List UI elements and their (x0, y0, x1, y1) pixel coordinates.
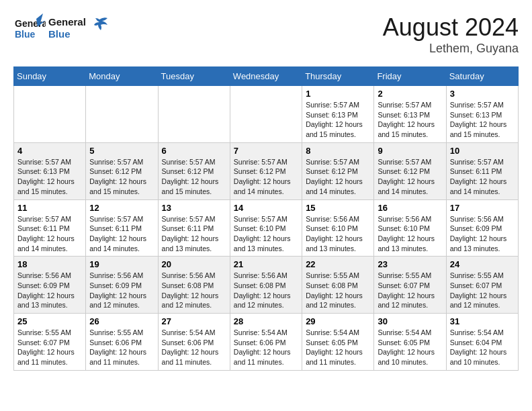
calendar-day-13: 13Sunrise: 5:57 AM Sunset: 6:11 PM Dayli… (158, 199, 230, 257)
calendar-day-18: 18Sunrise: 5:56 AM Sunset: 6:09 PM Dayli… (14, 257, 86, 314)
day-info: Sunrise: 5:55 AM Sunset: 6:06 PM Dayligh… (89, 328, 154, 367)
calendar-day-2: 2Sunrise: 5:57 AM Sunset: 6:13 PM Daylig… (374, 86, 446, 143)
svg-text:Blue: Blue (15, 29, 36, 40)
day-info: Sunrise: 5:57 AM Sunset: 6:12 PM Dayligh… (89, 157, 154, 197)
calendar-week-5: 25Sunrise: 5:55 AM Sunset: 6:07 PM Dayli… (14, 314, 519, 371)
day-number: 15 (306, 203, 370, 213)
day-info: Sunrise: 5:55 AM Sunset: 6:07 PM Dayligh… (378, 271, 442, 310)
day-number: 3 (450, 89, 515, 99)
calendar-day-30: 30Sunrise: 5:54 AM Sunset: 6:05 PM Dayli… (374, 314, 446, 371)
day-number: 24 (450, 259, 515, 269)
title-area: August 2024 Lethem, Guyana (383, 13, 519, 56)
day-info: Sunrise: 5:57 AM Sunset: 6:13 PM Dayligh… (306, 100, 370, 140)
calendar-week-4: 18Sunrise: 5:56 AM Sunset: 6:09 PM Dayli… (14, 257, 519, 314)
calendar-day-16: 16Sunrise: 5:56 AM Sunset: 6:10 PM Dayli… (374, 199, 446, 257)
calendar-day-14: 14Sunrise: 5:57 AM Sunset: 6:10 PM Dayli… (230, 199, 302, 257)
day-info: Sunrise: 5:57 AM Sunset: 6:11 PM Dayligh… (162, 214, 226, 254)
day-number: 28 (234, 316, 298, 326)
day-info: Sunrise: 5:56 AM Sunset: 6:09 PM Dayligh… (17, 271, 82, 310)
calendar-day-31: 31Sunrise: 5:54 AM Sunset: 6:04 PM Dayli… (446, 314, 518, 371)
day-number: 17 (450, 203, 515, 213)
empty-day (230, 86, 302, 143)
calendar-header-row: SundayMondayTuesdayWednesdayThursdayFrid… (14, 67, 519, 86)
day-of-week-tuesday: Tuesday (158, 67, 230, 86)
day-info: Sunrise: 5:56 AM Sunset: 6:08 PM Dayligh… (162, 271, 226, 310)
calendar-day-1: 1Sunrise: 5:57 AM Sunset: 6:13 PM Daylig… (302, 86, 374, 143)
calendar: SundayMondayTuesdayWednesdayThursdayFrid… (13, 66, 519, 371)
day-info: Sunrise: 5:57 AM Sunset: 6:13 PM Dayligh… (17, 157, 82, 197)
day-number: 31 (450, 316, 515, 326)
day-info: Sunrise: 5:57 AM Sunset: 6:12 PM Dayligh… (234, 157, 298, 197)
day-number: 7 (234, 146, 298, 156)
day-of-week-friday: Friday (374, 67, 446, 86)
calendar-day-10: 10Sunrise: 5:57 AM Sunset: 6:11 PM Dayli… (446, 142, 518, 199)
day-number: 12 (89, 203, 154, 213)
day-number: 9 (378, 146, 442, 156)
day-info: Sunrise: 5:57 AM Sunset: 6:11 PM Dayligh… (89, 214, 154, 254)
day-number: 18 (17, 259, 82, 269)
day-info: Sunrise: 5:56 AM Sunset: 6:10 PM Dayligh… (306, 214, 370, 254)
empty-day (86, 86, 158, 143)
calendar-day-17: 17Sunrise: 5:56 AM Sunset: 6:09 PM Dayli… (446, 199, 518, 257)
day-number: 25 (17, 316, 82, 326)
day-number: 6 (162, 146, 226, 156)
day-of-week-thursday: Thursday (302, 67, 374, 86)
calendar-day-20: 20Sunrise: 5:56 AM Sunset: 6:08 PM Dayli… (158, 257, 230, 314)
day-number: 22 (306, 259, 370, 269)
day-info: Sunrise: 5:54 AM Sunset: 6:05 PM Dayligh… (378, 328, 442, 367)
day-number: 19 (89, 259, 154, 269)
calendar-day-19: 19Sunrise: 5:56 AM Sunset: 6:09 PM Dayli… (86, 257, 158, 314)
calendar-day-5: 5Sunrise: 5:57 AM Sunset: 6:12 PM Daylig… (86, 142, 158, 199)
day-number: 5 (89, 146, 154, 156)
day-number: 20 (162, 259, 226, 269)
day-info: Sunrise: 5:54 AM Sunset: 6:04 PM Dayligh… (450, 328, 515, 367)
day-info: Sunrise: 5:57 AM Sunset: 6:10 PM Dayligh… (234, 214, 298, 254)
calendar-day-9: 9Sunrise: 5:57 AM Sunset: 6:12 PM Daylig… (374, 142, 446, 199)
day-info: Sunrise: 5:56 AM Sunset: 6:10 PM Dayligh… (378, 214, 442, 254)
day-number: 4 (17, 146, 82, 156)
day-number: 16 (378, 203, 442, 213)
calendar-day-26: 26Sunrise: 5:55 AM Sunset: 6:06 PM Dayli… (86, 314, 158, 371)
day-info: Sunrise: 5:57 AM Sunset: 6:11 PM Dayligh… (17, 214, 82, 254)
calendar-week-3: 11Sunrise: 5:57 AM Sunset: 6:11 PM Dayli… (14, 199, 519, 257)
calendar-day-29: 29Sunrise: 5:54 AM Sunset: 6:05 PM Dayli… (302, 314, 374, 371)
calendar-day-8: 8Sunrise: 5:57 AM Sunset: 6:12 PM Daylig… (302, 142, 374, 199)
calendar-week-1: 1Sunrise: 5:57 AM Sunset: 6:13 PM Daylig… (14, 86, 519, 143)
day-number: 1 (306, 89, 370, 99)
calendar-day-27: 27Sunrise: 5:54 AM Sunset: 6:06 PM Dayli… (158, 314, 230, 371)
day-number: 14 (234, 203, 298, 213)
calendar-day-3: 3Sunrise: 5:57 AM Sunset: 6:13 PM Daylig… (446, 86, 518, 143)
day-info: Sunrise: 5:57 AM Sunset: 6:12 PM Dayligh… (306, 157, 370, 197)
day-number: 10 (450, 146, 515, 156)
day-of-week-monday: Monday (86, 67, 158, 86)
day-number: 23 (378, 259, 442, 269)
calendar-day-11: 11Sunrise: 5:57 AM Sunset: 6:11 PM Dayli… (14, 199, 86, 257)
day-of-week-saturday: Saturday (446, 67, 518, 86)
day-info: Sunrise: 5:56 AM Sunset: 6:09 PM Dayligh… (450, 214, 515, 254)
day-info: Sunrise: 5:57 AM Sunset: 6:13 PM Dayligh… (450, 100, 515, 140)
calendar-day-28: 28Sunrise: 5:54 AM Sunset: 6:06 PM Dayli… (230, 314, 302, 371)
day-number: 29 (306, 316, 370, 326)
day-info: Sunrise: 5:54 AM Sunset: 6:05 PM Dayligh… (306, 328, 370, 367)
calendar-day-6: 6Sunrise: 5:57 AM Sunset: 6:12 PM Daylig… (158, 142, 230, 199)
day-info: Sunrise: 5:55 AM Sunset: 6:07 PM Dayligh… (17, 328, 82, 367)
day-number: 21 (234, 259, 298, 269)
day-info: Sunrise: 5:57 AM Sunset: 6:11 PM Dayligh… (450, 157, 515, 197)
day-info: Sunrise: 5:57 AM Sunset: 6:12 PM Dayligh… (162, 157, 226, 197)
day-number: 2 (378, 89, 442, 99)
day-info: Sunrise: 5:55 AM Sunset: 6:07 PM Dayligh… (450, 271, 515, 310)
logo-line1: General (48, 16, 86, 28)
calendar-day-15: 15Sunrise: 5:56 AM Sunset: 6:10 PM Dayli… (302, 199, 374, 257)
calendar-week-2: 4Sunrise: 5:57 AM Sunset: 6:13 PM Daylig… (14, 142, 519, 199)
calendar-day-25: 25Sunrise: 5:55 AM Sunset: 6:07 PM Dayli… (14, 314, 86, 371)
day-number: 11 (17, 203, 82, 213)
calendar-day-22: 22Sunrise: 5:55 AM Sunset: 6:08 PM Dayli… (302, 257, 374, 314)
day-number: 13 (162, 203, 226, 213)
empty-day (14, 86, 86, 143)
day-info: Sunrise: 5:56 AM Sunset: 6:09 PM Dayligh… (89, 271, 154, 310)
calendar-day-7: 7Sunrise: 5:57 AM Sunset: 6:12 PM Daylig… (230, 142, 302, 199)
logo-line2: Blue (48, 28, 86, 40)
empty-day (158, 86, 230, 143)
calendar-day-4: 4Sunrise: 5:57 AM Sunset: 6:13 PM Daylig… (14, 142, 86, 199)
day-info: Sunrise: 5:54 AM Sunset: 6:06 PM Dayligh… (234, 328, 298, 367)
